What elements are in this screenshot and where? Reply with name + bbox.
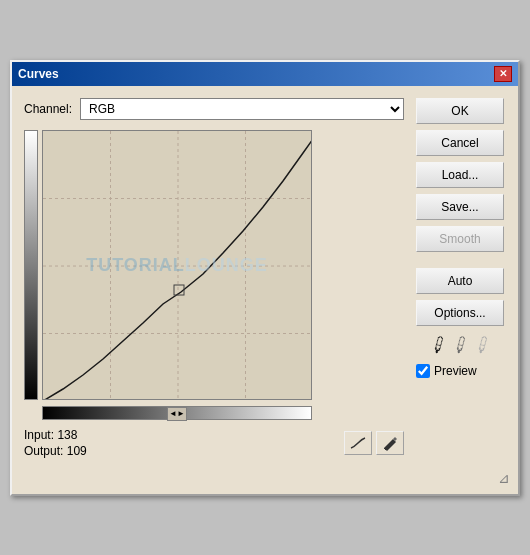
- black-point-eyedropper[interactable]: 🖊: [428, 333, 451, 357]
- vertical-gradient: [24, 130, 38, 400]
- bottom-bar: ⊿: [12, 470, 518, 494]
- cancel-button[interactable]: Cancel: [416, 130, 504, 156]
- dialog-body: Channel: RGB Red Green Blue: [12, 86, 518, 470]
- input-line: Input: 138: [24, 428, 87, 442]
- ok-button[interactable]: OK: [416, 98, 504, 124]
- preview-checkbox-label[interactable]: Preview: [416, 364, 477, 378]
- io-icons: [344, 431, 404, 455]
- input-value: 138: [57, 428, 77, 442]
- resize-handle[interactable]: ⊿: [498, 470, 510, 486]
- curves-canvas-wrapper: TUTORIALLOUNGE ◄►: [42, 130, 404, 420]
- preview-label: Preview: [434, 364, 477, 378]
- title-bar: Curves ✕: [12, 62, 518, 86]
- channel-select[interactable]: RGB Red Green Blue: [80, 98, 404, 120]
- right-panel: OK Cancel Load... Save... Smooth Auto Op…: [416, 98, 506, 458]
- curves-area: TUTORIALLOUNGE ◄►: [24, 130, 404, 420]
- input-label: Input:: [24, 428, 54, 442]
- pencil-tool-button[interactable]: [376, 431, 404, 455]
- white-point-eyedropper[interactable]: 🖊: [472, 333, 495, 357]
- load-button[interactable]: Load...: [416, 162, 504, 188]
- preview-row: Preview: [416, 364, 506, 378]
- dialog-title: Curves: [18, 67, 59, 81]
- curves-dialog: Curves ✕ Channel: RGB Red Green Blue: [10, 60, 520, 496]
- io-row: Input: 138 Output: 109: [24, 428, 404, 458]
- curves-canvas[interactable]: TUTORIALLOUNGE: [42, 130, 312, 400]
- options-button[interactable]: Options...: [416, 300, 504, 326]
- curve-icon: [349, 435, 367, 451]
- channel-row: Channel: RGB Red Green Blue: [24, 98, 404, 120]
- left-panel: Channel: RGB Red Green Blue: [24, 98, 404, 458]
- curves-svg: [43, 131, 312, 400]
- smooth-button[interactable]: Smooth: [416, 226, 504, 252]
- close-button[interactable]: ✕: [494, 66, 512, 82]
- output-label: Output:: [24, 444, 63, 458]
- io-values: Input: 138 Output: 109: [24, 428, 87, 458]
- gray-point-eyedropper[interactable]: 🖊: [450, 333, 473, 357]
- auto-button[interactable]: Auto: [416, 268, 504, 294]
- output-value: 109: [67, 444, 87, 458]
- curve-tool-button[interactable]: [344, 431, 372, 455]
- output-line: Output: 109: [24, 444, 87, 458]
- eyedropper-row: 🖊 🖊 🖊: [416, 336, 506, 354]
- preview-checkbox[interactable]: [416, 364, 430, 378]
- pencil-icon: [381, 435, 399, 451]
- save-button[interactable]: Save...: [416, 194, 504, 220]
- horizontal-gradient: ◄►: [42, 406, 312, 420]
- channel-label: Channel:: [24, 102, 72, 116]
- gradient-scroll[interactable]: ◄►: [167, 407, 187, 421]
